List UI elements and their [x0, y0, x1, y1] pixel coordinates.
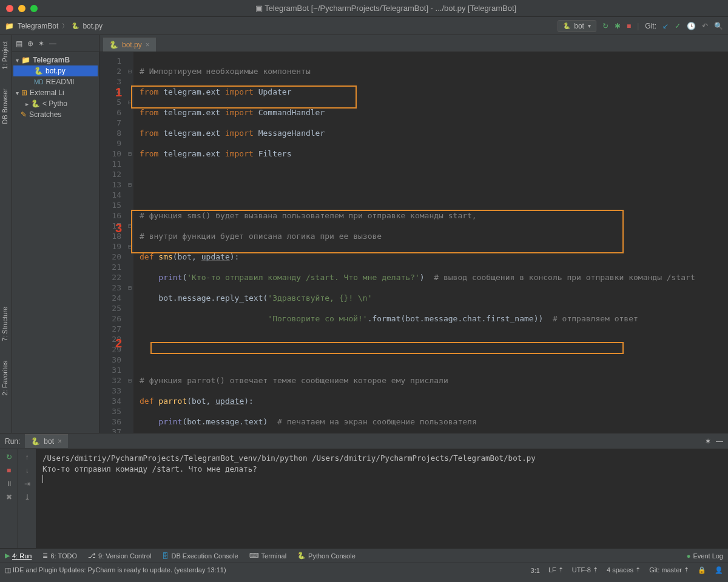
bottom-tool-tabs: ▶4: Run ≣6: TODO ⎇9: Version Control 🗄DB…	[0, 548, 728, 563]
line-numbers-gutter: 1234567891011121314151617181920212223242…	[99, 52, 126, 433]
tab-event-log[interactable]: ●Event Log	[687, 552, 723, 560]
chevron-down-icon: ▾	[16, 57, 19, 64]
tree-file-bot[interactable]: 🐍 bot.py	[13, 65, 98, 76]
run-console-output[interactable]: /Users/dmitriy/PycharmProjects/TelegramB…	[36, 449, 728, 548]
window-titlebar: ▣ TelegramBot [~/PycharmProjects/Telegra…	[0, 0, 728, 17]
target-icon[interactable]: ⊕	[27, 39, 33, 48]
tree-python-lib[interactable]: ▸ 🐍 < Pytho	[13, 98, 98, 109]
inspector-icon[interactable]: 👤	[715, 566, 723, 574]
project-tree[interactable]: ▾ 📁 TelegramB 🐍 bot.py MD READMI ▾ ⊞ Ext…	[12, 52, 99, 122]
tab-python-console[interactable]: 🐍Python Console	[297, 552, 356, 560]
line-separator[interactable]: LF ⇡	[548, 566, 564, 574]
debug-icon[interactable]: ✱	[615, 22, 621, 30]
run-label: Run:	[5, 437, 20, 446]
tree-external-libs[interactable]: ▾ ⊞ External Li	[13, 87, 98, 98]
rerun-icon[interactable]: ↻	[602, 22, 608, 30]
tree-file-label: bot.py	[46, 67, 66, 75]
breadcrumb[interactable]: 📁 TelegramBot 〉 🐍 bot.py	[5, 22, 103, 30]
pycharm-icon: ▣	[255, 4, 263, 13]
annotation-number-2: 2	[115, 338, 122, 349]
chevron-down-icon: ▾	[588, 22, 591, 29]
tab-vcs[interactable]: ⎇9: Version Control	[88, 552, 151, 560]
tree-pylib-label: < Pytho	[42, 99, 67, 108]
cursor-position[interactable]: 3:1	[531, 567, 540, 574]
run-config-selector[interactable]: 🐍 bot ▾	[558, 20, 596, 32]
gear-icon[interactable]: ✶	[38, 39, 44, 48]
breadcrumb-project[interactable]: TelegramBot	[18, 22, 58, 30]
stop-icon[interactable]: ■	[7, 466, 11, 475]
minimize-panel-icon[interactable]: —	[716, 437, 723, 446]
fold-gutter[interactable]: ⊟⊟⊟⊟⊟⊟⊟⊟	[126, 52, 133, 433]
up-icon[interactable]: ↑	[25, 453, 29, 461]
tree-root[interactable]: ▾ 📁 TelegramB	[13, 55, 98, 65]
tree-file-readme[interactable]: MD READMI	[13, 76, 98, 87]
run-toolbar-left: ↻ ■ ⏸ ✖	[0, 449, 18, 548]
breadcrumb-file[interactable]: bot.py	[83, 22, 103, 30]
folder-icon: 📁	[21, 56, 30, 64]
tree-scratches[interactable]: ✎ Scratches	[13, 109, 98, 120]
navigation-bar: 📁 TelegramBot 〉 🐍 bot.py 🐍 bot ▾ ↻ ✱ ■ |…	[0, 17, 728, 35]
output-line: Кто-то отправил команду /start. Что мне …	[42, 464, 722, 475]
editor-tabs: 🐍 bot.py ×	[99, 35, 728, 52]
folder-icon: 📁	[5, 22, 14, 30]
run-tab[interactable]: 🐍 bot ×	[25, 434, 68, 448]
lock-icon[interactable]: 🔒	[698, 566, 706, 574]
exit-icon[interactable]: ✖	[6, 493, 12, 501]
down-icon[interactable]: ↓	[25, 466, 29, 475]
file-encoding[interactable]: UTF-8 ⇡	[572, 566, 598, 574]
pause-icon[interactable]: ⏸	[5, 480, 13, 488]
python-icon: 🐍	[563, 22, 570, 29]
gear-icon[interactable]: ✶	[705, 437, 711, 446]
window-title: ▣ TelegramBot [~/PycharmProjects/Telegra…	[50, 4, 722, 13]
code-editor[interactable]: 1234567891011121314151617181920212223242…	[99, 52, 728, 433]
left-tool-tabs-lower: 7: Structure 2: Favorites	[0, 303, 12, 399]
list-icon: ≣	[42, 552, 48, 560]
tab-favorites[interactable]: 2: Favorites	[0, 357, 12, 399]
status-message[interactable]: ◫ IDE and Plugin Updates: PyCharm is rea…	[5, 566, 226, 574]
tab-db-browser[interactable]: DB Browser	[0, 85, 12, 128]
output-cursor	[42, 475, 43, 483]
notification-icon: ●	[687, 552, 691, 560]
library-icon: ⊞	[21, 89, 27, 97]
softwrap-icon[interactable]: ⇥	[24, 480, 30, 488]
tree-file-label: READMI	[46, 78, 75, 86]
scroll-icon[interactable]: ⤓	[24, 493, 30, 501]
tab-todo[interactable]: ≣6: TODO	[42, 552, 77, 560]
tab-run[interactable]: ▶4: Run	[5, 552, 32, 560]
python-file-icon: 🐍	[109, 41, 118, 49]
maximize-window-button[interactable]	[30, 5, 38, 12]
git-branch[interactable]: Git: master ⇡	[649, 566, 689, 574]
stop-icon[interactable]: ■	[627, 22, 631, 30]
code-content[interactable]: # Импортируем необходимые компоненты fro…	[133, 52, 728, 433]
tab-structure[interactable]: 7: Structure	[0, 303, 12, 345]
indent-setting[interactable]: 4 spaces ⇡	[607, 566, 641, 574]
tab-terminal[interactable]: ⌨Terminal	[249, 552, 287, 560]
status-message-text: IDE and Plugin Updates: PyCharm is ready…	[13, 566, 226, 574]
git-history-icon[interactable]: 🕓	[687, 22, 696, 30]
run-toolbar-left2: ↑ ↓ ⇥ ⤓	[18, 449, 36, 548]
git-update-icon[interactable]: ↙	[662, 22, 669, 30]
play-icon: ▶	[5, 552, 10, 560]
window-icon: ◫	[5, 566, 11, 574]
collapse-icon[interactable]: —	[49, 39, 56, 48]
close-run-tab-icon[interactable]: ×	[58, 437, 62, 446]
tab-db-console[interactable]: 🗄DB Execution Console	[162, 552, 238, 560]
run-config-name: bot	[574, 22, 584, 30]
run-tool-window: Run: 🐍 bot × ✶ — ↻ ■ ⏸ ✖ ↑ ↓ ⇥ ⤓ /Users/…	[0, 433, 728, 548]
rerun-icon[interactable]: ↻	[6, 453, 12, 461]
annotation-number-1: 1	[115, 87, 122, 98]
python-icon: 🐍	[297, 552, 306, 560]
run-header: Run: 🐍 bot × ✶ —	[0, 433, 728, 449]
search-icon[interactable]: 🔍	[714, 22, 723, 30]
run-body: ↻ ■ ⏸ ✖ ↑ ↓ ⇥ ⤓ /Users/dmitriy/PycharmPr…	[0, 449, 728, 548]
tab-project[interactable]: 1: Project	[0, 38, 12, 73]
git-commit-icon[interactable]: ✓	[675, 22, 681, 30]
editor-area: 🐍 bot.py × 12345678910111213141516171819…	[99, 35, 728, 433]
close-window-button[interactable]	[6, 5, 13, 12]
git-label: Git:	[645, 22, 656, 30]
output-line: /Users/dmitriy/PycharmProjects/TelegramB…	[42, 453, 722, 464]
editor-tab-bot[interactable]: 🐍 bot.py ×	[103, 38, 156, 52]
close-tab-icon[interactable]: ×	[146, 41, 150, 49]
minimize-window-button[interactable]	[18, 5, 25, 12]
git-rollback-icon[interactable]: ↶	[702, 22, 708, 30]
